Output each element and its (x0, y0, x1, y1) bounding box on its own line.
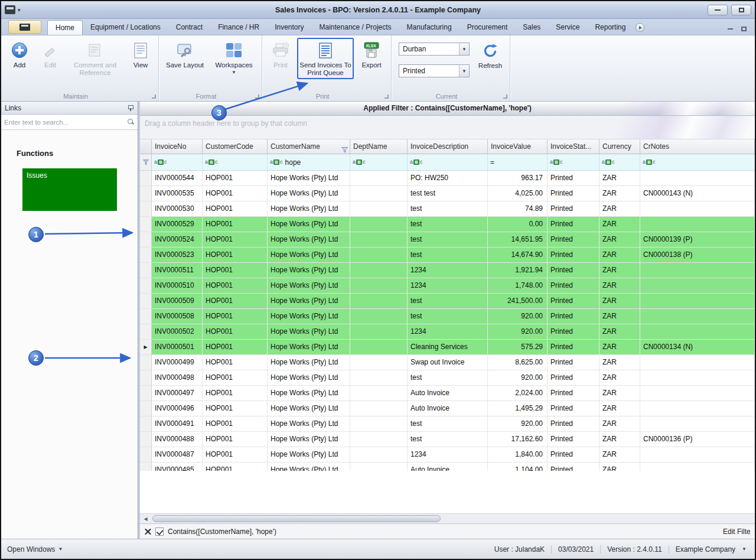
invoice-value[interactable]: 17,162.60 (488, 432, 548, 447)
dept-name[interactable] (350, 278, 408, 293)
dept-name[interactable] (350, 401, 408, 416)
currency[interactable]: ZAR (599, 309, 640, 324)
invoice-description[interactable]: 1234 (408, 278, 488, 293)
invoice-row-INV0000502[interactable]: INV0000502HOP001Hope Works (Pty) Ltd1234… (140, 324, 755, 340)
currency[interactable]: ZAR (599, 294, 640, 308)
invoice-status[interactable]: Printed (548, 370, 599, 385)
minimize-button[interactable] (708, 5, 728, 15)
tab-home[interactable]: Home (47, 20, 83, 35)
invoice-value[interactable]: 1,748.00 (488, 278, 548, 293)
cr-notes[interactable] (640, 201, 755, 216)
currency[interactable]: ZAR (599, 263, 640, 278)
dept-name[interactable] (350, 324, 408, 339)
view-button[interactable]: View (126, 38, 155, 70)
invoice-no[interactable]: INV0000509 (152, 294, 203, 308)
customer-name[interactable]: Hope Works (Pty) Ltd (268, 447, 350, 462)
status-caret-icon[interactable]: ▼ (742, 546, 749, 552)
invoice-row-INV0000511[interactable]: INV0000511HOP001Hope Works (Pty) Ltd1234… (140, 263, 755, 278)
invoice-value[interactable]: 8,625.00 (488, 355, 548, 370)
invoice-row-INV0000524[interactable]: INV0000524HOP001Hope Works (Pty) Ltdtest… (140, 232, 755, 248)
customer-code[interactable]: HOP001 (203, 386, 268, 401)
invoice-description[interactable]: Auto Invoice (408, 463, 488, 471)
print-button[interactable]: ? Print (265, 38, 296, 70)
customer-code[interactable]: HOP001 (203, 432, 268, 447)
column-header-dept-name[interactable]: DeptName (350, 139, 408, 154)
invoice-row-INV0000496[interactable]: INV0000496HOP001Hope Works (Pty) LtdAuto… (140, 401, 755, 416)
invoice-status[interactable]: Printed (548, 401, 599, 416)
invoice-description[interactable]: test (408, 232, 488, 247)
customer-code[interactable]: HOP001 (203, 171, 268, 185)
active-filter-funnel-icon[interactable] (341, 144, 348, 154)
invoice-status[interactable]: Printed (548, 309, 599, 324)
filter-invoice-description[interactable]: aBc (408, 154, 488, 170)
customer-code[interactable]: HOP001 (203, 263, 268, 278)
ribbon-scroll-play-icon[interactable] (636, 23, 644, 32)
invoice-row-INV0000530[interactable]: INV0000530HOP001Hope Works (Pty) Ltdtest… (140, 201, 755, 217)
invoice-description[interactable]: Cleaning Services (408, 340, 488, 354)
currency[interactable]: ZAR (599, 386, 640, 401)
currency[interactable]: ZAR (599, 217, 640, 232)
tab-contract[interactable]: Contract (168, 20, 210, 35)
tab-inventory[interactable]: Inventory (267, 20, 311, 35)
invoice-status[interactable]: Printed (548, 355, 599, 370)
invoice-value[interactable]: 1,104.00 (488, 463, 548, 471)
cr-notes[interactable] (640, 416, 755, 431)
invoice-description[interactable]: PO: HW250 (408, 171, 488, 185)
invoice-no[interactable]: INV0000530 (152, 201, 203, 216)
comment-and-reference-button[interactable]: Comment and Reference (66, 38, 125, 78)
autohide-pin-icon[interactable] (127, 105, 134, 112)
invoice-no[interactable]: INV0000497 (152, 386, 203, 401)
invoice-description[interactable]: 1234 (408, 263, 488, 278)
customer-name[interactable]: Hope Works (Pty) Ltd (268, 416, 350, 431)
customer-code[interactable]: HOP001 (203, 355, 268, 370)
invoice-status[interactable]: Printed (548, 201, 599, 216)
cr-notes[interactable] (640, 171, 755, 185)
invoice-no[interactable]: INV0000523 (152, 248, 203, 262)
currency[interactable]: ZAR (599, 370, 640, 385)
column-header-invoice-description[interactable]: InvoiceDescription (408, 139, 488, 154)
current-dialog-launcher-icon[interactable] (503, 95, 507, 99)
invoice-value[interactable]: 4,025.00 (488, 186, 548, 201)
invoice-no[interactable]: INV0000511 (152, 263, 203, 278)
customer-name[interactable]: Hope Works (Pty) Ltd (268, 263, 350, 278)
invoice-value[interactable]: 1,495.29 (488, 401, 548, 416)
column-header-currency[interactable]: Currency (599, 139, 640, 154)
edit-button[interactable]: Edit (36, 38, 64, 70)
customer-name[interactable]: Hope Works (Pty) Ltd (268, 340, 350, 354)
tab-reporting[interactable]: Reporting (587, 20, 633, 35)
currency[interactable]: ZAR (599, 416, 640, 431)
filter-customer-name[interactable]: aBchope (268, 154, 350, 170)
invoice-value[interactable]: 2,024.00 (488, 386, 548, 401)
customer-code[interactable]: HOP001 (203, 186, 268, 201)
customer-code[interactable]: HOP001 (203, 294, 268, 308)
dept-name[interactable] (350, 232, 408, 247)
customer-name[interactable]: Hope Works (Pty) Ltd (268, 294, 350, 308)
invoice-row-INV0000523[interactable]: INV0000523HOP001Hope Works (Pty) Ltdtest… (140, 248, 755, 263)
search-icon[interactable] (127, 118, 135, 126)
invoice-row-INV0000497[interactable]: INV0000497HOP001Hope Works (Pty) LtdAuto… (140, 386, 755, 401)
invoice-status[interactable]: Printed (548, 294, 599, 308)
column-header-cr-notes[interactable]: CrNotes (640, 139, 755, 154)
export-button[interactable]: XLSX Export (355, 38, 388, 70)
customer-name[interactable]: Hope Works (Pty) Ltd (268, 278, 350, 293)
currency[interactable]: ZAR (599, 447, 640, 462)
invoice-row-INV0000487[interactable]: INV0000487HOP001Hope Works (Pty) Ltd1234… (140, 447, 755, 463)
currency[interactable]: ZAR (599, 278, 640, 293)
invoice-value[interactable]: 920.00 (488, 309, 548, 324)
customer-code[interactable]: HOP001 (203, 324, 268, 339)
invoice-no[interactable]: INV0000488 (152, 432, 203, 447)
invoice-value[interactable]: 1,840.00 (488, 447, 548, 462)
invoice-no[interactable]: INV0000491 (152, 416, 203, 431)
invoice-status[interactable]: Printed (548, 171, 599, 185)
invoice-status[interactable]: Printed (548, 324, 599, 339)
issues-tile[interactable]: Issues (22, 168, 117, 211)
add-button[interactable]: Add (4, 38, 35, 70)
invoice-status[interactable]: Printed (548, 217, 599, 232)
invoice-status[interactable]: Printed (548, 340, 599, 354)
invoice-no[interactable]: INV0000529 (152, 217, 203, 232)
invoice-status[interactable]: Printed (548, 463, 599, 471)
maximize-button[interactable] (731, 5, 751, 15)
invoice-value[interactable]: 14,651.95 (488, 232, 548, 247)
invoice-no[interactable]: INV0000501 (152, 340, 203, 354)
cr-notes[interactable] (640, 447, 755, 462)
